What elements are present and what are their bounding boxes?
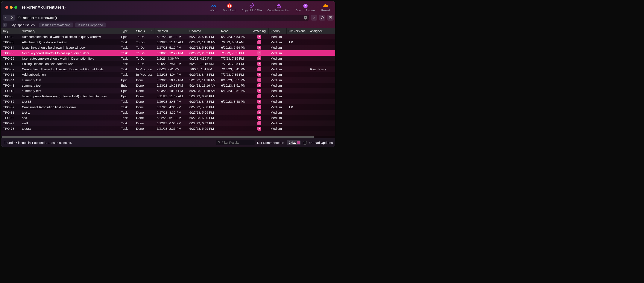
watching-checkbox[interactable]: ✓ bbox=[258, 46, 261, 49]
cell-summary: asd bbox=[20, 115, 119, 120]
watching-checkbox[interactable]: ✓ bbox=[258, 100, 261, 104]
add-tab-button[interactable]: + bbox=[3, 23, 7, 27]
col-created[interactable]: Created bbox=[155, 28, 188, 34]
col-key[interactable]: Key bbox=[1, 28, 20, 34]
cell-created: 5/26/23, 7:51 PM bbox=[155, 61, 188, 66]
watching-checkbox[interactable]: ✓ bbox=[258, 35, 261, 39]
watching-checkbox[interactable]: ✓ bbox=[258, 83, 261, 87]
table-row[interactable]: TPO-42summary testEpicDone5/23/23, 10:07… bbox=[1, 88, 335, 93]
cancel-button[interactable] bbox=[311, 14, 317, 20]
col-type[interactable]: Type bbox=[119, 28, 134, 34]
zoom-window-button[interactable] bbox=[14, 6, 17, 9]
cell-watching: ✓ bbox=[250, 104, 268, 110]
cell-priority: Medium bbox=[268, 45, 286, 50]
table-row[interactable]: TPO-83Autocomplete should work for all f… bbox=[1, 34, 335, 39]
copy-browser-link-button[interactable]: Copy Browser Link bbox=[268, 3, 290, 12]
watching-checkbox[interactable]: ✓ bbox=[258, 56, 261, 60]
table-row[interactable]: TPO-85Attachment Quicklook is brokenTask… bbox=[1, 39, 335, 45]
cell-read: 6/10/23, 8:51 PM bbox=[219, 77, 250, 83]
cell-assignee bbox=[308, 110, 334, 115]
cell-updated: 6/27/23, 5:10 PM bbox=[188, 34, 219, 39]
reload-button[interactable]: Reload bbox=[321, 3, 330, 12]
mark-read-button[interactable]: Mark Read bbox=[223, 3, 236, 12]
watching-checkbox[interactable]: ✓ bbox=[258, 121, 261, 125]
col-watching[interactable]: Watching bbox=[250, 28, 268, 34]
col-assignee[interactable]: Assignee bbox=[308, 28, 334, 34]
cell-read: 7/2/23, 9:34 AM bbox=[219, 39, 250, 45]
cell-created: 6/27/23, 5:10 PM bbox=[155, 45, 188, 50]
filter-results-input[interactable] bbox=[222, 141, 259, 144]
table-row[interactable]: TPO-81test 1TaskDone6/27/23, 3:30 PM6/27… bbox=[1, 110, 335, 115]
cell-status: Done bbox=[134, 83, 155, 88]
clear-query-button[interactable]: ✕ bbox=[304, 16, 308, 19]
edit-button[interactable] bbox=[327, 14, 334, 20]
minimize-window-button[interactable] bbox=[10, 6, 13, 9]
watching-checkbox[interactable]: ✓ bbox=[258, 51, 261, 55]
back-button[interactable] bbox=[3, 14, 9, 20]
watching-checkbox[interactable]: ✓ bbox=[258, 40, 261, 44]
watching-checkbox[interactable]: ✓ bbox=[258, 110, 261, 114]
table-row[interactable]: TPO-49Editing Description field doesn't … bbox=[1, 61, 335, 66]
table-row[interactable]: TPO-43summary testEpicDone5/23/23, 10:08… bbox=[1, 83, 335, 88]
cell-type: Epic bbox=[119, 93, 134, 99]
col-read[interactable]: Read bbox=[219, 28, 250, 34]
horizontal-scrollbar[interactable] bbox=[1, 136, 335, 138]
close-window-button[interactable] bbox=[5, 6, 8, 9]
cell-status: Done bbox=[134, 110, 155, 115]
cell-fix bbox=[286, 77, 308, 83]
col-summary[interactable]: Summary bbox=[20, 28, 119, 34]
table-row[interactable]: TPO-59User autocomplete should work in D… bbox=[1, 56, 335, 61]
cell-key: TPO-63 bbox=[1, 50, 20, 56]
table-body[interactable]: TPO-83Autocomplete should work for all f… bbox=[1, 34, 335, 136]
window-title: reporter = currentUser() bbox=[22, 5, 66, 10]
refresh-button[interactable] bbox=[319, 14, 326, 20]
cell-fix bbox=[286, 126, 308, 131]
table-row[interactable]: TPO-63Need keyboard shortcut to call up … bbox=[1, 50, 335, 56]
tab-issues-watching[interactable]: Issues I'm Watching bbox=[39, 22, 73, 27]
glasses-icon bbox=[211, 3, 216, 8]
col-status[interactable]: Status⌃ bbox=[134, 28, 155, 34]
watching-checkbox[interactable]: ✓ bbox=[258, 78, 261, 82]
results-table: Key Summary Type Status⌃ Created Updated… bbox=[1, 28, 335, 138]
table-row[interactable]: TPO-86test 88TaskDone6/29/23, 8:48 PM6/2… bbox=[1, 99, 335, 104]
cell-priority: Medium bbox=[268, 77, 286, 83]
table-row[interactable]: TPO-8have to press Return key (or leave … bbox=[1, 93, 335, 99]
table-row[interactable]: TPO-11Add subscriptionTaskIn Progress5/2… bbox=[1, 72, 335, 77]
table-row[interactable]: TPO-80asdTaskDone6/22/23, 6:19 PM6/22/23… bbox=[1, 115, 335, 120]
table-row[interactable]: TPO-78testaaTaskDone6/21/23, 2:25 PM6/27… bbox=[1, 126, 335, 131]
cell-assignee bbox=[308, 83, 334, 88]
cell-type: Task bbox=[119, 104, 134, 110]
col-updated[interactable]: Updated bbox=[188, 28, 219, 34]
watching-checkbox[interactable]: ✓ bbox=[258, 116, 261, 120]
table-row[interactable]: TPO-44summary testEpicDone5/23/23, 10:17… bbox=[1, 77, 335, 83]
copy-link-title-button[interactable]: Copy Link & Title bbox=[242, 3, 262, 12]
watching-checkbox[interactable]: ✓ bbox=[258, 89, 261, 93]
watching-checkbox[interactable]: ✓ bbox=[258, 67, 261, 71]
query-input[interactable] bbox=[23, 16, 302, 19]
cell-priority: Medium bbox=[268, 99, 286, 104]
duration-select[interactable]: 1 day ▲▼ bbox=[287, 140, 300, 145]
forward-button[interactable] bbox=[9, 14, 15, 20]
col-fix-versions[interactable]: Fix Versions bbox=[286, 28, 308, 34]
watching-checkbox[interactable]: ✓ bbox=[258, 105, 261, 109]
cell-created: 6/22/23, 6:03 PM bbox=[155, 120, 188, 126]
tab-my-open-issues[interactable]: My Open Issues bbox=[9, 22, 37, 27]
watching-checkbox[interactable]: ✓ bbox=[258, 73, 261, 76]
cell-type: Task bbox=[119, 115, 134, 120]
table-row[interactable]: TPO-79asdfTaskDone6/22/23, 6:03 PM6/22/2… bbox=[1, 120, 335, 126]
table-row[interactable]: TPO-82Can't unset Resolution field after… bbox=[1, 104, 335, 110]
col-priority[interactable]: Priority bbox=[268, 28, 286, 34]
table-row[interactable]: TPO-87Create SwiftUI view for Atlassian … bbox=[1, 66, 335, 72]
watch-button[interactable]: Watch bbox=[210, 3, 218, 12]
cell-read bbox=[219, 120, 250, 126]
watching-checkbox[interactable]: ✓ bbox=[258, 127, 261, 131]
tab-issues-reported[interactable]: Issues I Reported bbox=[75, 22, 106, 27]
cell-status: To Do bbox=[134, 56, 155, 61]
watching-checkbox[interactable]: ✓ bbox=[258, 94, 261, 98]
watching-checkbox[interactable]: ✓ bbox=[258, 62, 261, 66]
open-in-browser-button[interactable]: Open In Browser bbox=[296, 3, 316, 12]
cell-priority: Medium bbox=[268, 93, 286, 99]
cell-summary: test 88 bbox=[20, 99, 119, 104]
table-row[interactable]: TPO-84Issue links should be shown in iss… bbox=[1, 45, 335, 50]
unread-updates-checkbox[interactable] bbox=[303, 141, 307, 145]
